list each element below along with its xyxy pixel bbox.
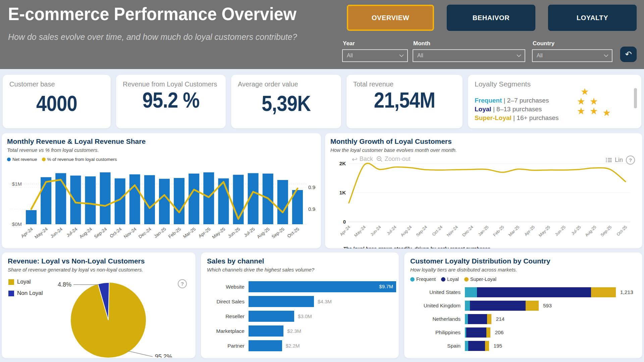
list-icon bbox=[606, 158, 612, 163]
country-stacked-bar[interactable] bbox=[465, 301, 539, 311]
svg-text:Mar-25: Mar-25 bbox=[507, 225, 520, 237]
help-icon[interactable]: ? bbox=[178, 279, 187, 288]
segment-super-loyal[interactable] bbox=[486, 327, 490, 338]
revenue-bar[interactable] bbox=[26, 210, 37, 224]
legend-item: % of revenue from loyal customers bbox=[42, 157, 117, 162]
kpi-label: Customer base bbox=[9, 80, 104, 88]
loyal-growth-line[interactable] bbox=[349, 163, 626, 203]
scale-mode-label[interactable]: Lin bbox=[615, 157, 623, 164]
chart-toolbar-right: Lin ? bbox=[606, 156, 635, 165]
segment-frequent[interactable] bbox=[465, 301, 470, 311]
revenue-bar[interactable] bbox=[70, 176, 81, 224]
svg-text:Apr-24: Apr-24 bbox=[20, 226, 34, 239]
segment-loyal[interactable] bbox=[468, 341, 485, 351]
segment-super-loyal[interactable] bbox=[487, 314, 491, 324]
legend-label: Loyal bbox=[447, 277, 459, 282]
country-stacked-chart: United States1,213United Kingdom593Nethe… bbox=[410, 287, 636, 351]
help-icon[interactable]: ? bbox=[626, 156, 635, 165]
revenue-bar[interactable] bbox=[277, 180, 288, 224]
revenue-bar[interactable] bbox=[144, 175, 155, 224]
tab-loyalty[interactable]: LOYALTY bbox=[548, 5, 637, 31]
country-label: United States bbox=[410, 289, 465, 295]
bar-value-label: $2.3M bbox=[287, 328, 301, 334]
tab-overview[interactable]: OVERVIEW bbox=[347, 5, 434, 31]
revenue-bar[interactable] bbox=[159, 179, 170, 224]
segment-super-loyal[interactable] bbox=[591, 287, 616, 297]
bar-value-label: $2.2M bbox=[286, 343, 300, 349]
svg-text:May-25: May-25 bbox=[538, 225, 551, 238]
country-label: United Kingdom bbox=[410, 303, 465, 309]
header-controls: OVERVIEW BEHAIVOR LOYALTY Year All bbox=[342, 5, 637, 62]
svg-text:Dec-24: Dec-24 bbox=[138, 226, 152, 239]
filter-year-dropdown[interactable]: All bbox=[342, 49, 408, 62]
combo-chart: $1M$0M0.960.94Apr-24May-24Jun-24Jul-24Au… bbox=[7, 162, 316, 248]
channel-bar[interactable] bbox=[249, 311, 294, 322]
revenue-bar[interactable] bbox=[203, 172, 214, 224]
channel-label: Partner bbox=[207, 343, 249, 349]
segment-loyal[interactable] bbox=[477, 287, 591, 297]
filter-country-dropdown[interactable]: All bbox=[532, 49, 612, 62]
svg-text:Jun-24: Jun-24 bbox=[370, 225, 382, 237]
segment-super-loyal[interactable] bbox=[526, 301, 539, 311]
segment-frequent[interactable] bbox=[465, 314, 468, 324]
svg-text:Aug-24: Aug-24 bbox=[78, 226, 93, 239]
channel-label: Direct Sales bbox=[207, 299, 249, 305]
combo-legend: Net revenue % of revenue from loyal cust… bbox=[7, 157, 316, 162]
chevron-down-icon bbox=[399, 54, 404, 57]
revenue-bar[interactable] bbox=[100, 172, 111, 224]
back-label: Back bbox=[360, 156, 373, 163]
revenue-bar[interactable] bbox=[174, 178, 184, 224]
reset-filters-button[interactable]: ↶ bbox=[620, 47, 637, 62]
segment-frequent[interactable] bbox=[465, 341, 468, 351]
kpi-average-order-value: Average order value 5,39K bbox=[231, 75, 341, 128]
tab-behaivor[interactable]: BEHAIVOR bbox=[447, 5, 535, 31]
channel-bar[interactable] bbox=[249, 340, 282, 351]
revenue-bar[interactable] bbox=[129, 174, 140, 224]
svg-text:Aug-25: Aug-25 bbox=[256, 227, 271, 240]
svg-text:Dec-24: Dec-24 bbox=[461, 225, 474, 237]
svg-text:May-24: May-24 bbox=[34, 226, 49, 240]
revenue-bar[interactable] bbox=[85, 176, 96, 224]
bar-value-label: $4.3M bbox=[318, 299, 332, 304]
star-icon: ★ bbox=[577, 97, 585, 106]
back-button[interactable]: ↩ Back bbox=[352, 156, 373, 163]
segment-loyal[interactable] bbox=[470, 301, 526, 311]
tab-loyalty-label: LOYALTY bbox=[577, 14, 608, 22]
segment-super-loyal[interactable] bbox=[485, 341, 489, 351]
channel-row: Direct Sales$4.3M bbox=[207, 296, 393, 307]
revenue-bar[interactable] bbox=[41, 177, 51, 224]
revenue-bar[interactable] bbox=[189, 174, 199, 224]
legend-label: Super-Loyal bbox=[470, 277, 496, 282]
segment-loyal[interactable] bbox=[466, 327, 486, 338]
star-icon: ★ bbox=[577, 106, 585, 116]
legend-item: Net revenue bbox=[7, 157, 37, 162]
legend-item: Loyal bbox=[8, 279, 43, 285]
country-stacked-bar[interactable] bbox=[465, 327, 490, 338]
tier-name: Loyal bbox=[475, 106, 491, 113]
country-stacked-bar[interactable] bbox=[465, 314, 491, 324]
tier-range: | 16+ purchases bbox=[513, 114, 558, 121]
svg-text:Sep-24: Sep-24 bbox=[415, 225, 428, 237]
zoom-out-button[interactable]: Zoom-out bbox=[376, 156, 411, 163]
country-stacked-bar[interactable] bbox=[465, 341, 489, 351]
filter-month-dropdown[interactable]: All bbox=[413, 49, 525, 62]
country-row: United Kingdom593 bbox=[410, 301, 636, 311]
legend-item: Loyal bbox=[441, 277, 459, 282]
svg-text:Apr-25: Apr-25 bbox=[198, 227, 211, 239]
star-icon: ★ bbox=[590, 97, 598, 106]
chart-footnote: The loyal base grows steadily, driven by… bbox=[343, 246, 637, 248]
filter-year-value: All bbox=[347, 53, 353, 59]
country-stacked-bar[interactable] bbox=[465, 287, 616, 297]
segment-loyal[interactable] bbox=[468, 314, 487, 324]
svg-text:Jul-25: Jul-25 bbox=[243, 227, 256, 238]
card-scrollbar[interactable] bbox=[634, 88, 637, 108]
kpi-customer-base: Customer base 4000 bbox=[3, 75, 111, 128]
svg-text:1K: 1K bbox=[339, 190, 346, 195]
channel-bar[interactable] bbox=[249, 296, 314, 307]
segment-frequent[interactable] bbox=[465, 287, 477, 297]
channel-bar[interactable] bbox=[249, 325, 283, 337]
kpi-value: 21,54M bbox=[359, 88, 449, 113]
svg-text:4.8%: 4.8% bbox=[58, 281, 71, 288]
bar-value-label: $3.0M bbox=[298, 313, 312, 319]
channel-bar[interactable]: $9.7M bbox=[249, 281, 396, 292]
